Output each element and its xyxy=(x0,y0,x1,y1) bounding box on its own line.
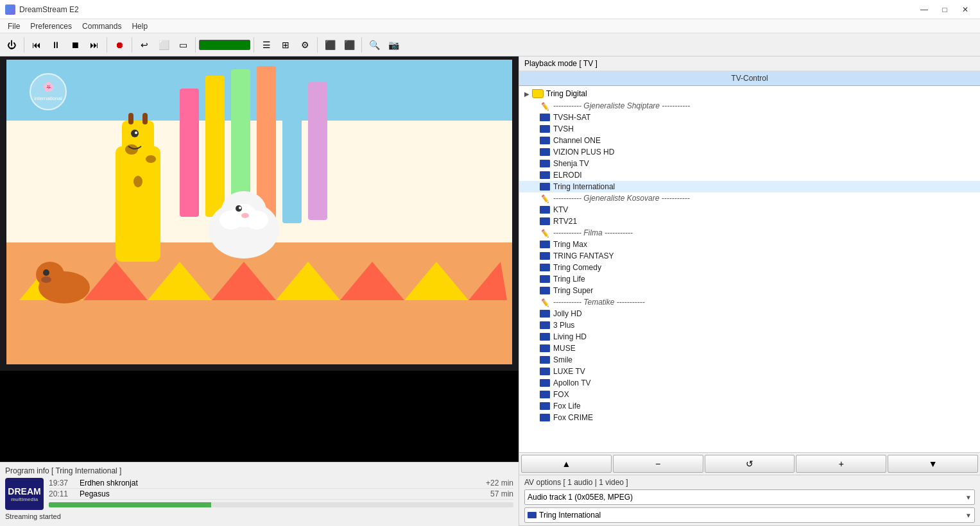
program-time-2: 20:11 xyxy=(49,489,74,498)
channel-tvsh[interactable]: TVSH xyxy=(519,123,980,135)
video-dropdown-arrow: ▼ xyxy=(965,512,972,519)
category-label-2: ----------- Gjeneraliste Kosovare ------… xyxy=(553,194,690,203)
channel-icon-vizion xyxy=(540,148,550,156)
svg-point-40 xyxy=(36,262,64,287)
svg-rect-4 xyxy=(180,89,199,217)
channel-channel-one[interactable]: Channel ONE xyxy=(519,135,980,146)
audio-dropdown[interactable]: Audio track 1 (0x05E8, MPEG) ▼ xyxy=(524,489,975,505)
svg-point-22 xyxy=(146,155,156,163)
channel-icon-tvsh-sat xyxy=(540,114,550,121)
channel-luxe-tv[interactable]: LUXE TV xyxy=(519,366,980,377)
zoom-button[interactable]: 🔍 xyxy=(365,36,383,54)
minus-button[interactable]: − xyxy=(613,455,703,473)
folder-icon xyxy=(532,89,544,98)
aspect-button[interactable]: ⬛ xyxy=(340,36,358,54)
channel-icon-apollon xyxy=(540,379,550,387)
svg-rect-5 xyxy=(205,76,225,217)
channel-icon-elrodi xyxy=(540,171,550,179)
channel-muse[interactable]: MUSE xyxy=(519,343,980,354)
menu-commands[interactable]: Commands xyxy=(77,19,126,33)
category-kosovare[interactable]: ✏️ ----------- Gjeneraliste Kosovare ---… xyxy=(519,192,980,204)
channel-fox-life[interactable]: Fox Life xyxy=(519,400,980,412)
channel-tring-comedy[interactable]: Tring Comedy xyxy=(519,262,980,273)
video-dropdown[interactable]: Tring International ▼ xyxy=(524,507,975,523)
channel-icon-tvsh xyxy=(540,125,550,133)
title-bar-controls: — □ ✕ xyxy=(915,3,975,16)
next-button[interactable]: ⏭ xyxy=(85,36,103,54)
category-tematike[interactable]: ✏️ ----------- Tematike ----------- xyxy=(519,296,980,308)
program-info-header: Program info [ Tring International ] xyxy=(5,466,513,475)
program-name-2: Pegasus xyxy=(74,489,490,498)
toolbar: ⏻ ⏮ ⏸ ⏹ ⏭ ⏺ ↩ ⬜ ▭ ☰ ⊞ ⚙ ⬛ ⬛ 🔍 📷 xyxy=(0,33,980,56)
settings-button[interactable]: ⚙ xyxy=(296,36,314,54)
title-bar: DreamStream E2 — □ ✕ xyxy=(0,0,980,19)
channel-3-plus[interactable]: 3 Plus xyxy=(519,319,980,331)
channel-shenja-tv[interactable]: Shenja TV xyxy=(519,158,980,169)
channel-icon-tring-comedy xyxy=(540,264,550,271)
channel-tring-super[interactable]: Tring Super xyxy=(519,285,980,296)
channel-tring-fantasy[interactable]: TRING FANTASY xyxy=(519,250,980,262)
channel-fox[interactable]: FOX xyxy=(519,389,980,400)
power-button[interactable]: ⏻ xyxy=(3,36,21,54)
channel-tvsh-sat[interactable]: TVSH-SAT xyxy=(519,112,980,123)
menu-preferences[interactable]: Preferences xyxy=(25,19,77,33)
channel-apollon-tv[interactable]: Apollon TV xyxy=(519,377,980,389)
black-button[interactable]: ⬛ xyxy=(321,36,339,54)
svg-rect-27 xyxy=(142,113,148,124)
video-area: 🌸 international xyxy=(0,56,519,462)
category-filma[interactable]: ✏️ ----------- Filma ----------- xyxy=(519,227,980,239)
svg-point-23 xyxy=(133,176,142,187)
screenshot-button[interactable]: 📷 xyxy=(384,36,402,54)
maximize-button[interactable]: □ xyxy=(935,3,954,16)
skip-back-button[interactable]: ↩ xyxy=(135,36,153,54)
minimize-button[interactable]: — xyxy=(915,3,934,16)
progress-bar-fill xyxy=(49,502,211,507)
grid-button[interactable]: ⊞ xyxy=(277,36,295,54)
channel-living-hd[interactable]: Living HD xyxy=(519,331,980,343)
separator-1 xyxy=(24,37,24,53)
channel-tring-life[interactable]: Tring Life xyxy=(519,273,980,285)
pencil-icon-4: ✏️ xyxy=(540,298,550,306)
progress-indicator xyxy=(199,40,250,50)
channel-tree[interactable]: ▶ Tring Digital ✏️ ----------- Gjenerali… xyxy=(519,86,980,453)
channel-jolly-hd[interactable]: Jolly HD xyxy=(519,308,980,319)
program-entry-2: 20:11 Pegasus 57 min xyxy=(49,489,513,500)
window-button[interactable]: ⬜ xyxy=(155,36,173,54)
channel-fox-crime[interactable]: Fox CRIME xyxy=(519,412,980,423)
stop-button[interactable]: ⏹ xyxy=(66,36,84,54)
svg-point-41 xyxy=(43,269,49,276)
channel-icon-fox-life xyxy=(540,402,550,410)
channel-icon-tring-fantasy xyxy=(540,252,550,260)
record-button[interactable]: ⏺ xyxy=(110,36,128,54)
channel-elrodi[interactable]: ELRODI xyxy=(519,169,980,181)
av-options-header: AV options [ 1 audio | 1 video ] xyxy=(524,478,975,487)
channel-ktv[interactable]: KTV xyxy=(519,204,980,216)
down-button[interactable]: ▼ xyxy=(888,455,978,473)
refresh-button[interactable]: ↺ xyxy=(705,455,795,473)
svg-point-25 xyxy=(135,132,137,134)
channel-vizion-plus-hd[interactable]: VIZION PLUS HD xyxy=(519,146,980,158)
channel-icon-smile xyxy=(540,356,550,364)
plus-button[interactable]: + xyxy=(796,455,886,473)
channel-icon-tring-life xyxy=(540,275,550,283)
channel-tring-max[interactable]: Tring Max xyxy=(519,239,980,250)
channel-rtv21[interactable]: RTV21 xyxy=(519,216,980,227)
channel-icon-jolly xyxy=(540,310,550,318)
full-button[interactable]: ▭ xyxy=(174,36,192,54)
menu-help[interactable]: Help xyxy=(126,19,153,33)
menu-file[interactable]: File xyxy=(3,19,25,33)
category-gjeneraliste-shqiptare[interactable]: ✏️ ----------- Gjeneraliste Shqiptare --… xyxy=(519,100,980,112)
prev-button[interactable]: ⏮ xyxy=(28,36,46,54)
list-button[interactable]: ☰ xyxy=(257,36,275,54)
channel-tring-international[interactable]: Tring International xyxy=(519,181,980,192)
separator-5 xyxy=(254,37,254,53)
channel-smile[interactable]: Smile xyxy=(519,354,980,366)
pause-button[interactable]: ⏸ xyxy=(47,36,65,54)
channel-icon-fox xyxy=(540,391,550,398)
close-button[interactable]: ✕ xyxy=(956,3,975,16)
tree-root-item[interactable]: ▶ Tring Digital xyxy=(519,87,980,100)
svg-text:international: international xyxy=(34,96,62,101)
category-label-1: ----------- Gjeneraliste Shqiptare -----… xyxy=(553,101,690,110)
up-button[interactable]: ▲ xyxy=(521,455,612,473)
dream-logo-bottom: multimedia xyxy=(11,496,38,502)
